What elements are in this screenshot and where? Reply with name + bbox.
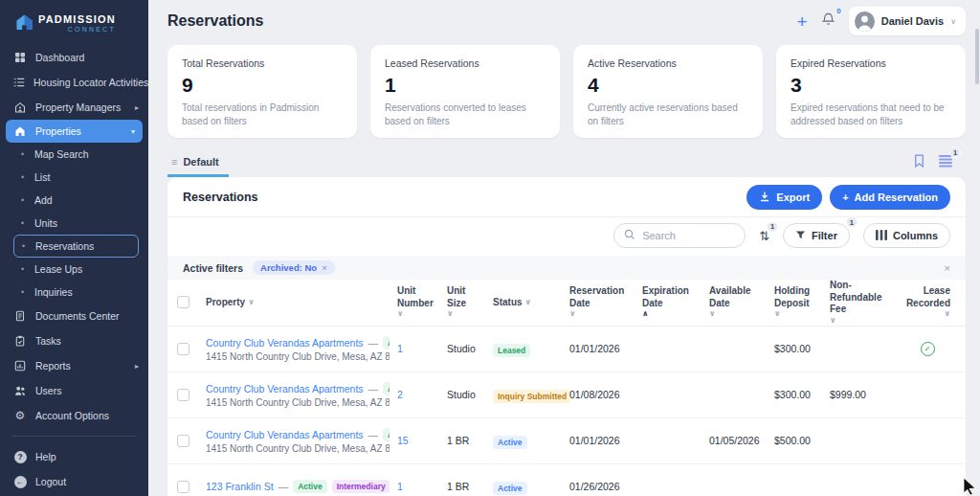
chevron-right-icon: ▸	[135, 103, 139, 112]
property-link[interactable]: 123 Franklin St	[206, 481, 274, 492]
chevron-down-icon: ∨	[397, 309, 404, 319]
non-refundable-fee: $999.00	[830, 389, 899, 400]
quick-add-button[interactable]: +	[797, 12, 808, 31]
sidebar-item-list[interactable]: • List	[13, 166, 139, 189]
row-checkbox[interactable]	[177, 435, 189, 447]
notifications-button[interactable]: 0	[821, 11, 835, 31]
sort-button[interactable]: ⇅ 1	[759, 229, 769, 243]
sidebar-item-map-search[interactable]: • Map Search	[13, 143, 139, 166]
remove-filter-icon[interactable]: ×	[322, 262, 327, 273]
column-header-lease-recorded[interactable]: Lease Recorded∨	[899, 285, 956, 319]
row-checkbox[interactable]	[177, 481, 189, 493]
column-header-unit-number[interactable]: Unit Number∨	[397, 285, 447, 319]
column-header-unit-size[interactable]: Unit Size∨	[447, 285, 493, 319]
tab-default[interactable]: ≡ Default	[167, 156, 229, 177]
stat-value: 3	[791, 74, 951, 97]
holding-deposit: $300.00	[774, 343, 830, 354]
sidebar-item-housing-locator-activities[interactable]: Housing Locator Activities	[0, 70, 148, 95]
property-link[interactable]: Country Club Verandas Apartments	[206, 337, 364, 349]
clear-filters-button[interactable]: ×	[945, 262, 950, 274]
saved-views-button[interactable]: 1	[939, 154, 952, 171]
search-box[interactable]	[613, 223, 746, 248]
brand-name: PADMISSION	[38, 13, 116, 25]
column-header-available-date[interactable]: Available Date∨	[709, 285, 774, 319]
bookmark-icon	[913, 154, 925, 171]
stat-card-leased-reservations: Leased Reservations 1 Reservations conve…	[370, 45, 560, 138]
column-header-reservation-date[interactable]: Reservation Date∨	[569, 285, 642, 319]
funnel-icon	[795, 230, 806, 242]
stat-value: 4	[588, 74, 748, 97]
unit-size: Studio	[447, 343, 493, 354]
chevron-down-icon: ∨	[248, 298, 255, 307]
sidebar-item-reports[interactable]: Reports ▸	[0, 353, 148, 378]
unit-number-link[interactable]: 15	[397, 435, 447, 446]
bullet-icon: •	[21, 172, 27, 182]
columns-button[interactable]: Columns	[863, 223, 950, 248]
unit-number-link[interactable]: 2	[397, 389, 447, 400]
add-reservation-button[interactable]: + Add Reservation	[830, 185, 950, 210]
reservation-date: 01/01/2026	[569, 435, 642, 446]
padmission-house-icon	[15, 13, 33, 35]
sidebar-item-reservations[interactable]: • Reservations	[13, 235, 139, 258]
download-icon	[759, 191, 770, 204]
sidebar-item-documents-center[interactable]: Documents Center	[0, 304, 148, 328]
user-name: Daniel Davis	[881, 15, 944, 27]
column-header-property[interactable]: Property∨	[206, 297, 397, 309]
reservations-panel: Reservations Export + Add Reservation	[167, 177, 966, 496]
property-link[interactable]: Country Club Verandas Apartments	[206, 429, 364, 440]
unit-number-link[interactable]: 1	[397, 481, 447, 492]
filter-button[interactable]: Filter 1	[783, 223, 850, 248]
stat-card-expired-reservations: Expired Reservations 3 Expired reservati…	[776, 45, 966, 138]
status-badge: Active	[493, 482, 527, 495]
save-view-button[interactable]	[913, 154, 925, 171]
user-menu[interactable]: Daniel Davis ∨	[849, 7, 966, 35]
export-button[interactable]: Export	[746, 185, 822, 210]
property-address: 1415 North Country Club Drive, Mesa, AZ …	[206, 397, 390, 408]
unit-size: Studio	[447, 389, 493, 400]
column-header-expiration-date[interactable]: Expiration Date∧	[642, 285, 709, 319]
sidebar-item-users[interactable]: Users	[0, 378, 148, 403]
scrollbar-thumb[interactable]	[975, 29, 979, 84]
chevron-down-icon: ∨	[709, 309, 716, 319]
document-icon	[13, 310, 27, 322]
page-title: Reservations	[167, 12, 264, 30]
select-all-checkbox[interactable]	[177, 296, 189, 308]
sidebar-item-properties[interactable]: Properties ▾	[6, 120, 143, 143]
sidebar-divider	[11, 436, 137, 437]
table-row[interactable]: Country Club Verandas Apartments — Activ…	[167, 327, 966, 372]
sidebar-item-help[interactable]: ? Help	[0, 444, 148, 469]
sidebar-item-property-managers[interactable]: Property Managers ▸	[0, 95, 148, 120]
table-row[interactable]: 123 Franklin St — Active Intermediary 1 …	[167, 464, 966, 496]
view-controls: 1	[913, 154, 966, 177]
column-header-holding-deposit[interactable]: Holding Deposit∨	[774, 285, 830, 319]
search-input[interactable]	[642, 230, 735, 241]
gear-icon: ⚙	[13, 410, 27, 421]
chevron-down-icon: ∨	[774, 309, 781, 319]
sidebar-item-tasks[interactable]: Tasks	[0, 328, 148, 353]
row-checkbox[interactable]	[177, 389, 189, 401]
row-checkbox[interactable]	[177, 343, 189, 355]
stat-description: Total reservations in Padmission based o…	[182, 101, 343, 127]
table-row[interactable]: Country Club Verandas Apartments — Activ…	[167, 418, 966, 464]
chevron-right-icon: ▸	[135, 362, 139, 371]
unit-number-link[interactable]: 1	[397, 343, 447, 354]
sidebar-item-logout[interactable]: ← Logout	[0, 469, 148, 494]
tab-label: Default	[183, 156, 218, 168]
sidebar: PADMISSION CONNECT Dashboard Housing Loc…	[0, 0, 148, 496]
checklist-icon	[13, 77, 25, 88]
table-row[interactable]: Country Club Verandas Apartments — Activ…	[167, 372, 966, 418]
users-icon	[13, 385, 27, 396]
sidebar-item-account-options[interactable]: ⚙ Account Options	[0, 403, 148, 428]
sidebar-item-units[interactable]: • Units	[13, 212, 139, 235]
sidebar-item-label: Documents Center	[35, 310, 139, 322]
property-link[interactable]: Country Club Verandas Apartments	[206, 383, 364, 395]
sidebar-item-inquiries[interactable]: • Inquiries	[13, 281, 139, 304]
sidebar-item-add[interactable]: • Add	[13, 189, 139, 212]
column-header-status[interactable]: Status∨	[493, 297, 569, 309]
sidebar-item-lease-ups[interactable]: • Lease Ups	[13, 258, 139, 281]
column-header-non-refundable-fee[interactable]: Non-Refundable Fee∨	[830, 280, 899, 326]
clipboard-icon	[13, 335, 27, 347]
brand-logo[interactable]: PADMISSION CONNECT	[0, 8, 148, 45]
filter-chip-archived[interactable]: Archived: No ×	[253, 260, 335, 275]
sidebar-item-dashboard[interactable]: Dashboard	[0, 45, 148, 70]
